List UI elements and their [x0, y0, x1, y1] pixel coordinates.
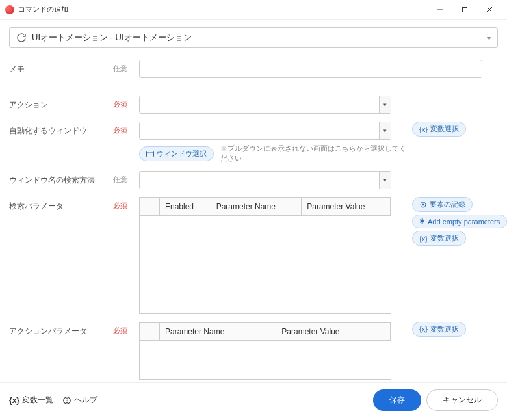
svg-rect-4 [147, 151, 154, 157]
target-icon [419, 200, 427, 209]
action-params-table[interactable]: Parameter Name Parameter Value [139, 322, 391, 380]
var-select-label: 変数選択 [430, 124, 459, 134]
action-combo[interactable]: ▾ [139, 96, 391, 114]
titlebar: コマンドの追加 [0, 0, 507, 20]
var-select-label-search: 変数選択 [430, 233, 459, 243]
svg-point-7 [422, 204, 424, 205]
label-memo: メモ [9, 60, 113, 75]
var-list-link[interactable]: {x} 変数一覧 [9, 395, 53, 406]
window-title: コマンドの追加 [18, 5, 428, 14]
app-icon [5, 5, 14, 14]
req-action-params: 必須 [113, 322, 139, 335]
maximize-button[interactable] [452, 1, 477, 19]
search-params-col-name: Parameter Name [211, 198, 302, 216]
footer: {x} 変数一覧 ヘルプ 保存 キャンセル [0, 382, 507, 420]
minimize-button[interactable] [428, 1, 452, 19]
asterisk-icon: ✱ [419, 217, 425, 226]
search-params-table[interactable]: Enabled Parameter Name Parameter Value [139, 197, 391, 314]
label-window-name-search: ウィンドウ名の検索方法 [9, 171, 113, 186]
window-select-button[interactable]: ウィンドウ選択 [139, 146, 214, 161]
command-selector[interactable]: UIオートメーション - UIオートメーション ▾ [9, 27, 498, 48]
add-empty-params-label: Add empty parameters [428, 218, 500, 226]
svg-point-9 [67, 402, 68, 402]
req-target-window: 必須 [113, 122, 139, 135]
memo-input[interactable] [139, 60, 482, 78]
row-window-name-search: ウィンドウ名の検索方法 任意 ▾ [9, 171, 498, 189]
target-window-combo[interactable]: ▾ [139, 122, 391, 140]
window-name-search-input[interactable] [139, 171, 391, 189]
brackets-icon: {x} [419, 235, 428, 243]
req-window-name-search: 任意 [113, 171, 139, 185]
brackets-icon: {x} [9, 396, 20, 405]
command-selector-text: UIオートメーション - UIオートメーション [32, 32, 488, 44]
action-input[interactable] [139, 96, 391, 114]
svg-rect-1 [463, 7, 467, 12]
target-window-combo-button[interactable]: ▾ [379, 122, 391, 139]
row-action-params: アクションパラメータ 必須 Parameter Name Parameter V… [9, 322, 498, 380]
save-button[interactable]: 保存 [373, 389, 421, 411]
add-empty-params-button[interactable]: ✱ Add empty parameters [412, 215, 507, 228]
brackets-icon: {x} [419, 325, 428, 333]
req-memo: 任意 [113, 60, 139, 73]
row-memo: メモ 任意 [9, 60, 498, 78]
help-link[interactable]: ヘルプ [62, 395, 98, 406]
help-label: ヘルプ [74, 395, 98, 406]
window-icon [146, 150, 154, 157]
action-params-col-name: Parameter Name [160, 322, 276, 340]
action-combo-button[interactable]: ▾ [379, 96, 391, 113]
refresh-icon [16, 33, 27, 43]
window-name-search-combo[interactable]: ▾ [139, 171, 391, 189]
chevron-down-icon: ▾ [488, 34, 491, 42]
pulldown-hint: ※プルダウンに表示されない画面はこちらから選択してください [220, 144, 407, 163]
window-controls [428, 1, 502, 19]
label-target-window: 自動化するウィンドウ [9, 122, 113, 137]
main-content: UIオートメーション - UIオートメーション ▾ メモ 任意 アクション 必須… [0, 20, 507, 395]
search-params-col-enabled: Enabled [160, 198, 211, 216]
var-select-button-search[interactable]: {x} 変数選択 [412, 231, 466, 246]
record-element-label: 要素の記録 [430, 200, 465, 209]
search-params-col-blank [140, 198, 160, 216]
req-search-params: 必須 [113, 197, 139, 211]
action-params-col-blank [140, 322, 160, 340]
row-target-window: 自動化するウィンドウ 必須 ▾ ウィンドウ選択 ※プルダウンに表示されない画面は… [9, 122, 498, 163]
var-select-button-action[interactable]: {x} 変数選択 [412, 322, 466, 337]
brackets-icon: {x} [419, 125, 428, 133]
row-search-params: 検索パラメータ 必須 Enabled Parameter Name Parame… [9, 197, 498, 314]
action-params-col-value: Parameter Value [276, 322, 391, 340]
window-select-label: ウィンドウ選択 [157, 149, 207, 159]
label-search-params: 検索パラメータ [9, 197, 113, 212]
cancel-button[interactable]: キャンセル [426, 389, 498, 411]
var-select-button-window[interactable]: {x} 変数選択 [412, 122, 466, 137]
search-params-col-value: Parameter Value [302, 198, 391, 216]
record-element-button[interactable]: 要素の記録 [412, 197, 473, 212]
target-window-input[interactable] [139, 122, 391, 140]
req-action: 必須 [113, 96, 139, 109]
label-action-params: アクションパラメータ [9, 322, 113, 337]
divider [9, 86, 498, 86]
label-action: アクション [9, 96, 113, 111]
row-action: アクション 必須 ▾ [9, 96, 498, 114]
close-button[interactable] [477, 1, 502, 19]
window-name-search-combo-button[interactable]: ▾ [379, 172, 391, 189]
var-select-label-action: 変数選択 [430, 324, 459, 334]
help-icon [62, 395, 72, 405]
var-list-label: 変数一覧 [22, 395, 53, 406]
